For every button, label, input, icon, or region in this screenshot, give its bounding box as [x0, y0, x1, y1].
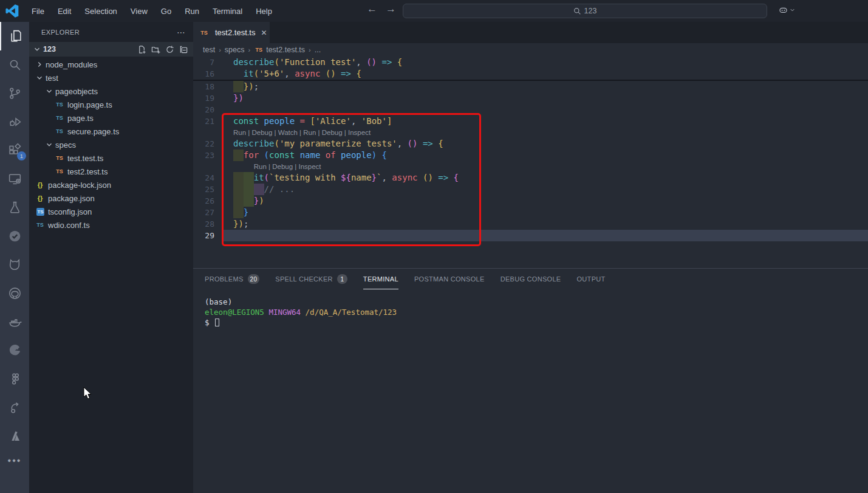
tree-item-label: package.json [48, 194, 95, 203]
explorer-more-actions-button[interactable]: ⋯ [177, 27, 186, 37]
activity-cat-icon[interactable] [0, 250, 29, 279]
new-folder-icon[interactable] [151, 45, 160, 54]
activity-check-circle-icon[interactable] [0, 222, 29, 250]
activity-circle-logo-icon[interactable] [0, 336, 29, 365]
code-line-content: }) [222, 92, 868, 104]
tree-file-package-lock.json[interactable]: {}package-lock.json [29, 178, 193, 191]
code-line-21[interactable]: 21const people = ['Alice', 'Bob'] [193, 115, 868, 127]
codelens-row[interactable]: Run | Debug | Inspect [193, 161, 868, 172]
code-line-22[interactable]: 22describe('my parameterize tests', () =… [193, 138, 868, 150]
tree-folder-pageobjects[interactable]: pageobjects [29, 84, 193, 98]
panel-tab-debug-console[interactable]: DEBUG CONSOLE [501, 269, 561, 289]
activity-search-icon[interactable] [0, 50, 29, 79]
code-line-28[interactable]: 28}); [193, 218, 868, 230]
breadcrumb-item-test2-test-ts[interactable]: TStest2.test.ts [254, 46, 305, 54]
refresh-icon[interactable] [165, 45, 174, 54]
terminal-line: $ [205, 317, 868, 328]
codelens-row[interactable]: Run | Debug | Watch | Run | Debug | Insp… [193, 127, 868, 138]
tree-file-test2.test.ts[interactable]: TStest2.test.ts [29, 165, 193, 178]
terminal[interactable]: (base)eleon@LEGION5 MINGW64 /d/QA_A/Test… [193, 289, 868, 328]
code-line-24[interactable]: 24it(`testing with ${name}`, async () =>… [193, 172, 868, 184]
title-bar: FileEditSelectionViewGoRunTerminalHelp ←… [0, 0, 868, 22]
activity-github-icon[interactable] [0, 279, 29, 308]
tab-bar: TS test2.test.ts ✕ [193, 22, 868, 43]
code-line-7[interactable]: 7describe('Function test', () => { [193, 57, 868, 68]
code-line-23[interactable]: 23for (const name of people) { [193, 150, 868, 161]
menu-terminal[interactable]: Terminal [207, 4, 248, 18]
tree-file-tsconfig.json[interactable]: TStsconfig.json [29, 205, 193, 218]
tsconfig-file-icon: TS [36, 208, 44, 216]
tree-file-page.ts[interactable]: TSpage.ts [29, 111, 193, 125]
workspace-section-header[interactable]: 123 [29, 42, 193, 57]
activity-figma-icon[interactable] [0, 365, 29, 393]
breadcrumb-item--[interactable]: ... [315, 46, 321, 54]
code-line-content: }); [222, 81, 868, 92]
activity-azure-icon[interactable] [0, 422, 29, 450]
activity-remote-explorer-icon[interactable] [0, 165, 29, 193]
panel-tab-label: POSTMAN CONSOLE [414, 275, 485, 283]
tree-folder-test[interactable]: test [29, 71, 193, 84]
tree-file-secure.page.ts[interactable]: TSsecure.page.ts [29, 125, 193, 138]
breadcrumb-item-specs[interactable]: specs [225, 46, 245, 54]
code-line-content [222, 104, 868, 115]
code-line-29[interactable]: 29 [193, 230, 868, 241]
code-line-19[interactable]: 19}) [193, 92, 868, 104]
activity-source-control-icon[interactable] [0, 79, 29, 108]
chevron-down-icon [33, 45, 41, 53]
menu-go[interactable]: Go [155, 4, 177, 18]
code-line-18[interactable]: 18}); [193, 81, 868, 92]
panel-tab-spell-checker[interactable]: SPELL CHECKER1 [275, 269, 347, 289]
code-line-27[interactable]: 27} [193, 207, 868, 218]
code-line-content: it(`testing with ${name}`, async () => { [222, 172, 868, 184]
activity-docker-icon[interactable] [0, 308, 29, 336]
menu-view[interactable]: View [125, 4, 153, 18]
collapse-all-icon[interactable] [179, 45, 188, 54]
command-search-input[interactable]: 123 [403, 4, 767, 18]
breadcrumb-item-test[interactable]: test [203, 46, 215, 54]
tree-file-package.json[interactable]: {}package.json [29, 191, 193, 205]
activity-extensions-icon[interactable]: 1 [0, 136, 29, 165]
activity-live-share-icon[interactable] [0, 393, 29, 422]
code-editor[interactable]: 7describe('Function test', () => {16it('… [193, 57, 868, 268]
breadcrumb-label: test2.test.ts [266, 46, 305, 54]
menu-run[interactable]: Run [179, 4, 205, 18]
activity-testing-icon[interactable] [0, 193, 29, 222]
activity-more-icon[interactable]: ••• [8, 455, 22, 466]
tree-item-label: login.page.ts [67, 100, 112, 109]
tree-item-label: specs [55, 140, 76, 150]
tree-file-login.page.ts[interactable]: TSlogin.page.ts [29, 98, 193, 111]
tree-folder-node_modules[interactable]: node_modules [29, 58, 193, 71]
panel-tab-postman-console[interactable]: POSTMAN CONSOLE [414, 269, 485, 289]
menu-file[interactable]: File [26, 4, 50, 18]
nav-forward-button[interactable]: → [386, 3, 396, 15]
code-line-content: describe('my parameterize tests', () => … [222, 138, 868, 150]
tree-file-wdio.conf.ts[interactable]: TSwdio.conf.ts [29, 218, 193, 232]
code-line-25[interactable]: 25// ... [193, 184, 868, 195]
typescript-file-icon: TS [199, 30, 209, 36]
sticky-scroll: 7describe('Function test', () => {16it('… [193, 57, 868, 81]
terminal-line: eleon@LEGION5 MINGW64 /d/QA_A/Testomat/1… [205, 307, 868, 317]
menu-help[interactable]: Help [250, 4, 278, 18]
tree-folder-specs[interactable]: specs [29, 138, 193, 151]
tree-item-label: page.ts [67, 114, 94, 123]
menu-selection[interactable]: Selection [79, 4, 122, 18]
code-line-content: const people = ['Alice', 'Bob'] [222, 115, 868, 127]
copilot-menu-button[interactable] [777, 4, 796, 16]
new-file-icon[interactable] [137, 45, 146, 54]
tab-test2-test-ts[interactable]: TS test2.test.ts ✕ [193, 22, 270, 43]
code-line-16[interactable]: 16it('5+6', async () => { [193, 68, 868, 80]
breadcrumb-label: ... [315, 46, 321, 54]
tree-item-label: test.test.ts [67, 154, 103, 163]
code-line-20[interactable]: 20 [193, 104, 868, 115]
tab-close-icon[interactable]: ✕ [261, 29, 267, 37]
activity-explorer-icon[interactable] [0, 22, 29, 50]
tree-file-test.test.ts[interactable]: TStest.test.ts [29, 151, 193, 165]
panel-tab-output[interactable]: OUTPUT [577, 269, 606, 289]
copilot-icon [777, 4, 789, 16]
panel-tab-terminal[interactable]: TERMINAL [363, 269, 398, 289]
code-line-26[interactable]: 26}) [193, 195, 868, 207]
activity-run-debug-icon[interactable] [0, 108, 29, 136]
menu-edit[interactable]: Edit [52, 4, 77, 18]
panel-tab-problems[interactable]: PROBLEMS20 [205, 269, 259, 289]
nav-back-button[interactable]: ← [367, 3, 377, 15]
